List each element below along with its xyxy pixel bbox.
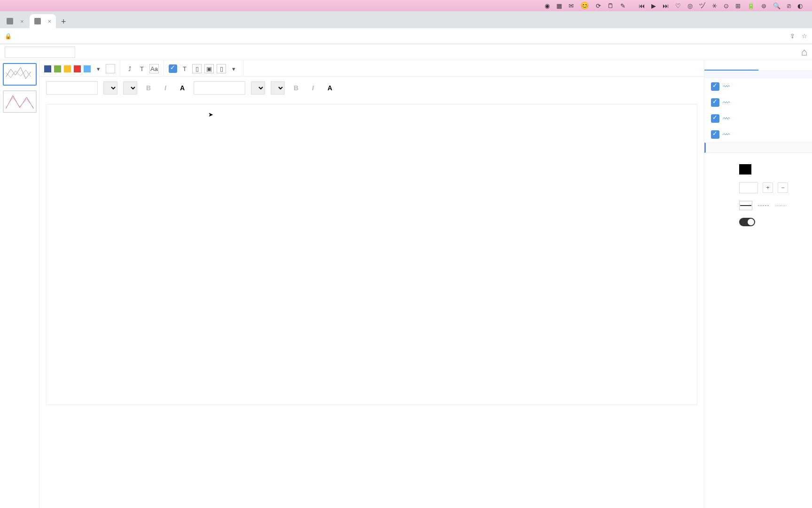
wechat-icon[interactable]: ✉ — [569, 2, 574, 9]
close-icon[interactable]: × — [48, 18, 52, 25]
color-button[interactable]: A — [177, 82, 188, 94]
prev-icon[interactable]: ⏮ — [639, 2, 645, 9]
property-section-title — [704, 153, 812, 160]
g-count[interactable]: ヅ — [699, 1, 705, 10]
axis-icon[interactable]: ⤴ — [125, 64, 134, 73]
siri-icon[interactable]: ◐ — [797, 2, 803, 9]
mac-menubar: ◉ ▦ ✉ 😊 ⟳ 🗒 ✎ ⏮ ▶ ⏭ ♡ ◎ ヅ ⚹ ⊙ ⊞ 🔋 ⊚ 🔍 ⎚ … — [0, 0, 812, 11]
style-dotted[interactable] — [775, 201, 788, 210]
chart-canvas[interactable] — [46, 104, 697, 405]
align-left-icon[interactable]: ▯ — [192, 64, 202, 73]
doc-id-input[interactable] — [5, 47, 75, 58]
record-icon[interactable]: ◉ — [545, 2, 550, 9]
star-icon[interactable]: ☆ — [802, 32, 807, 40]
circle-icon[interactable]: ◎ — [687, 2, 693, 9]
menubar-right: ◉ ▦ ✉ 😊 ⟳ 🗒 ✎ ⏮ ▶ ⏭ ♡ ◎ ヅ ⚹ ⊙ ⊞ 🔋 ⊚ 🔍 ⎚ … — [545, 1, 809, 10]
style-dashed[interactable] — [757, 201, 770, 210]
color-swatch[interactable] — [64, 65, 71, 72]
sub-title-font-select[interactable] — [251, 81, 265, 95]
series-checkbox[interactable] — [711, 130, 719, 139]
bold-button[interactable]: B — [143, 82, 154, 94]
property-header — [704, 143, 812, 153]
palette-dropdown-icon[interactable]: ▾ — [94, 64, 103, 73]
tab-data-config[interactable] — [704, 60, 758, 71]
close-icon[interactable]: × — [20, 18, 24, 25]
sub-title-size-select[interactable] — [271, 81, 285, 95]
text-icon[interactable]: T — [137, 64, 147, 73]
series-checkbox[interactable] — [711, 98, 719, 107]
series-row[interactable]: 〰 — [704, 111, 812, 127]
browser-tab-active[interactable]: × — [30, 14, 56, 28]
evernote-icon[interactable]: ✎ — [620, 2, 625, 9]
color-swatch[interactable] — [74, 65, 81, 72]
smooth-toggle[interactable] — [739, 218, 755, 226]
prop-smooth-row — [704, 214, 812, 230]
bold-button[interactable]: B — [290, 82, 302, 94]
note-icon[interactable]: 🗒 — [608, 2, 614, 9]
right-panel: 〰 〰 〰 〰 + − — [704, 60, 812, 508]
sync2-icon[interactable]: ⊙ — [724, 2, 729, 9]
datasource-label — [39, 99, 704, 102]
color-button[interactable]: A — [324, 82, 336, 94]
grid-icon[interactable]: ⊞ — [735, 2, 741, 9]
thumbnail-panel — [0, 60, 39, 508]
main-title-size-select[interactable] — [123, 81, 137, 95]
play-icon[interactable]: ▶ — [651, 2, 656, 9]
bg-color-icon[interactable] — [106, 64, 115, 73]
thumbnail[interactable] — [3, 90, 37, 113]
line-icon: 〰 — [723, 131, 730, 138]
series-checkbox[interactable] — [711, 114, 719, 123]
align-right-icon[interactable]: ▯ — [217, 64, 226, 73]
label-box-icon[interactable]: Aa — [149, 64, 159, 73]
bluetooth-icon[interactable]: ⚹ — [712, 2, 717, 9]
app-icon[interactable]: ▦ — [556, 2, 562, 9]
lock-icon[interactable]: 🔒 — [5, 33, 12, 40]
thumbnail-active[interactable] — [3, 63, 37, 86]
plus-button[interactable]: + — [763, 183, 773, 193]
y-axis-subheader[interactable] — [704, 71, 812, 79]
series-row[interactable]: 〰 — [704, 79, 812, 95]
color-swatch[interactable] — [54, 65, 61, 72]
prop-width-row: + − — [704, 178, 812, 197]
home-icon[interactable]: ⌂ — [801, 46, 807, 58]
control-center-icon[interactable]: ⎚ — [787, 2, 791, 9]
app-bar: ⌂ — [0, 44, 812, 60]
ribbon-title-group: T ▯ ▣ ▯ ▾ — [164, 60, 243, 76]
share-icon[interactable]: ⇪ — [790, 32, 795, 40]
sub-title-input[interactable] — [194, 81, 245, 95]
main-title-input[interactable] — [46, 81, 98, 95]
series-row[interactable]: 〰 — [704, 127, 812, 143]
favicon-icon — [34, 18, 41, 24]
title-visible-checkbox[interactable] — [169, 64, 177, 73]
series-checkbox[interactable] — [711, 82, 719, 91]
parallel-coords — [51, 112, 692, 375]
emoji-icon[interactable]: 😊 — [580, 1, 589, 10]
main-title-font-select[interactable] — [103, 81, 117, 95]
series-row[interactable]: 〰 — [704, 95, 812, 111]
tab-common[interactable] — [758, 60, 812, 71]
main-area: ▾ ⤴ T Aa T ▯ ▣ ▯ — [0, 60, 812, 508]
color-swatch[interactable] — [84, 65, 91, 72]
sync-icon[interactable]: ⟳ — [596, 2, 601, 9]
italic-button[interactable]: I — [307, 82, 319, 94]
next-icon[interactable]: ⏭ — [663, 2, 669, 9]
favicon-icon — [7, 18, 13, 24]
width-input[interactable] — [739, 182, 758, 193]
browser-tabstrip: × × + — [0, 11, 812, 28]
wifi-icon[interactable]: ⊚ — [761, 2, 766, 9]
title-text-icon[interactable]: T — [180, 64, 189, 73]
color-picker[interactable] — [739, 164, 751, 175]
minus-button[interactable]: − — [778, 183, 788, 193]
battery-icon[interactable]: 🔋 — [747, 2, 755, 9]
search-icon[interactable]: 🔍 — [773, 2, 781, 9]
dropdown-icon[interactable]: ▾ — [229, 64, 238, 73]
align-center-icon[interactable]: ▣ — [204, 64, 214, 73]
heart-icon[interactable]: ♡ — [675, 2, 681, 9]
title-editor-row: B I A B I A — [39, 77, 704, 99]
ribbon-theme: ▾ — [39, 60, 120, 76]
browser-tab[interactable]: × — [2, 14, 29, 28]
style-solid[interactable] — [739, 201, 752, 210]
new-tab-button[interactable]: + — [57, 15, 70, 28]
italic-button[interactable]: I — [160, 82, 171, 94]
color-swatch[interactable] — [44, 65, 51, 72]
